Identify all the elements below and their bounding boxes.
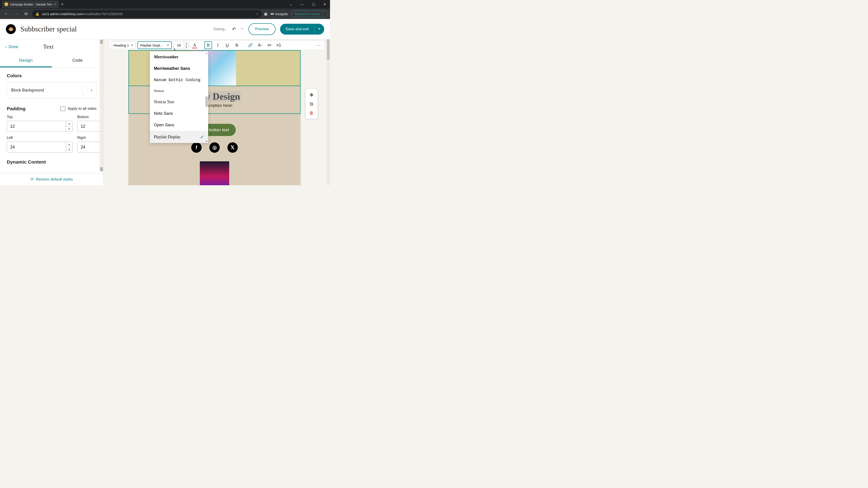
- campaign-title[interactable]: Subbscriber special: [20, 25, 77, 33]
- step-up-icon[interactable]: ▲: [66, 142, 72, 147]
- tab-close-icon[interactable]: ×: [54, 2, 56, 6]
- padding-top-input[interactable]: [7, 121, 66, 131]
- block-background-label: Block Background: [11, 88, 44, 93]
- delete-block-icon[interactable]: 🗑: [307, 108, 316, 118]
- browser-tab[interactable]: 🐵 Campaign Builder - Sample Tem ×: [2, 0, 59, 8]
- padding-left-input[interactable]: [7, 142, 66, 152]
- step-up-icon[interactable]: ▲: [184, 41, 189, 45]
- dropdown-scrollbar[interactable]: ▲ ▼: [205, 51, 208, 143]
- tab-design[interactable]: Design: [0, 54, 52, 67]
- chevron-down-icon: ▼: [131, 44, 133, 46]
- scroll-up-icon[interactable]: ▲: [206, 52, 208, 54]
- block-background-row[interactable]: Block Background ›: [7, 82, 96, 98]
- font-option[interactable]: Playfair Display✓: [150, 131, 208, 143]
- font-option[interactable]: Neuton: [150, 86, 208, 96]
- step-down-icon[interactable]: ▼: [66, 127, 72, 132]
- window-controls: ⌄ — ▢ ✕: [286, 0, 330, 8]
- url-path: /email/editor?id=12665935: [83, 12, 123, 16]
- scroll-thumb[interactable]: [206, 96, 208, 107]
- strikethrough-button[interactable]: S: [233, 41, 241, 49]
- canvas-scrollbar[interactable]: [327, 39, 330, 185]
- text-color-button[interactable]: A: [191, 41, 198, 49]
- padding-bottom-stepper: ▲▼: [77, 121, 103, 132]
- step-down-icon[interactable]: ▼: [66, 147, 72, 153]
- tab-code[interactable]: Code: [52, 54, 103, 67]
- chevron-down-icon: ▼: [166, 44, 169, 46]
- bold-button[interactable]: B: [204, 41, 212, 49]
- tab-bar: 🐵 Campaign Builder - Sample Tem × + ⌄ — …: [0, 0, 330, 8]
- text-size-button[interactable]: A▾: [256, 41, 264, 49]
- scroll-thumb[interactable]: [327, 39, 330, 60]
- font-dropdown: ▲ ▼ MerriweatherMerriweather SansNanum G…: [150, 51, 208, 143]
- step-up-icon[interactable]: ▲: [66, 121, 72, 127]
- font-option[interactable]: Noticia Text: [150, 96, 208, 108]
- font-size-input[interactable]: [174, 41, 184, 49]
- padding-top-label: Top: [7, 115, 73, 119]
- padding-top-stepper: ▲▼: [7, 121, 73, 132]
- scroll-down-icon[interactable]: [100, 167, 103, 171]
- apply-all-label: Apply to all sides: [68, 106, 96, 111]
- minimize-icon[interactable]: —: [297, 0, 307, 8]
- done-link[interactable]: ‹ Done: [5, 44, 18, 49]
- reload-icon[interactable]: ⟳: [22, 10, 30, 18]
- padding-heading: Padding: [7, 106, 26, 111]
- save-dropdown-icon[interactable]: ▾: [314, 24, 324, 35]
- font-option[interactable]: Merriweather Sans: [150, 63, 208, 74]
- padding-right-input[interactable]: [78, 142, 103, 152]
- canvas: Heading 1 ▼ Playfair Displ... ▼ ▲▼ A B I…: [103, 39, 330, 185]
- url-input[interactable]: 🔒 us21.admin.mailchimp.com/email/editor?…: [32, 10, 262, 18]
- new-tab-button[interactable]: +: [59, 2, 66, 7]
- step-down-icon[interactable]: ▼: [184, 45, 189, 49]
- bullet-list-button[interactable]: ≡•: [266, 41, 273, 49]
- text-style-select[interactable]: Heading 1 ▼: [111, 41, 135, 49]
- mailchimp-logo-icon[interactable]: 🐵: [6, 24, 16, 34]
- dynamic-content-heading: Dynamic Content: [7, 159, 96, 165]
- back-icon[interactable]: ←: [2, 10, 10, 18]
- lock-icon: 🔒: [35, 12, 39, 16]
- number-list-button[interactable]: ≡1: [275, 41, 283, 49]
- font-family-select[interactable]: Playfair Displ... ▼: [137, 41, 172, 49]
- apply-all-checkbox[interactable]: [60, 106, 65, 111]
- floating-block-tools: ✥ ⧉ 🗑: [306, 89, 317, 119]
- duplicate-block-icon[interactable]: ⧉: [307, 99, 316, 108]
- font-option[interactable]: Open Sans: [150, 119, 208, 131]
- facebook-icon[interactable]: f: [191, 142, 202, 153]
- scroll-up-icon[interactable]: [100, 40, 103, 44]
- star-icon[interactable]: ☆: [256, 12, 258, 16]
- extensions-icon[interactable]: ▣: [264, 12, 268, 16]
- restore-styles-link[interactable]: ⟳ Restore default styles: [0, 173, 103, 185]
- move-block-icon[interactable]: ✥: [307, 90, 316, 99]
- font-option[interactable]: Nanum Gothic Coding: [150, 74, 208, 86]
- colors-heading: Colors: [7, 73, 96, 78]
- more-options-button[interactable]: ⋯: [315, 41, 322, 49]
- chevron-right-icon: ›: [91, 88, 92, 93]
- padding-bottom-label: Bottom: [77, 115, 103, 119]
- maximize-icon[interactable]: ▢: [308, 0, 319, 8]
- undo-icon[interactable]: ↶: [232, 26, 236, 32]
- main-area: ‹ Done Text Design Code Colors Block Bac…: [0, 39, 330, 185]
- sidebar-scrollbar[interactable]: [100, 39, 103, 172]
- incognito-icon: 🕶: [271, 12, 274, 16]
- font-option[interactable]: Noto Sans: [150, 108, 208, 119]
- tabs-dropdown-icon[interactable]: ⌄: [286, 0, 296, 8]
- instagram-icon[interactable]: ◎: [209, 142, 220, 153]
- padding-left-label: Left: [7, 136, 73, 140]
- padding-bottom-input[interactable]: [78, 121, 103, 131]
- url-host: us21.admin.mailchimp.com: [42, 12, 83, 16]
- relaunch-button[interactable]: Relaunch to update ⋮: [291, 11, 328, 17]
- save-exit-group: Save and exit ▾: [280, 24, 324, 35]
- x-twitter-icon[interactable]: 𝕏: [227, 142, 238, 153]
- footer-image[interactable]: [200, 161, 229, 185]
- incognito-badge: 🕶 Incognito: [271, 12, 288, 16]
- save-exit-button[interactable]: Save and exit: [280, 24, 314, 35]
- font-option[interactable]: Merriweather: [150, 51, 208, 63]
- link-button[interactable]: 🔗: [246, 41, 254, 49]
- padding-right-label: Right: [77, 136, 103, 140]
- saving-status: Saving...: [213, 27, 227, 31]
- underline-button[interactable]: U: [223, 41, 231, 49]
- preview-button[interactable]: Preview: [248, 23, 276, 35]
- refresh-icon: ⟳: [31, 177, 34, 182]
- scroll-down-icon[interactable]: ▼: [206, 140, 208, 142]
- italic-button[interactable]: I: [214, 41, 221, 49]
- close-window-icon[interactable]: ✕: [320, 0, 330, 8]
